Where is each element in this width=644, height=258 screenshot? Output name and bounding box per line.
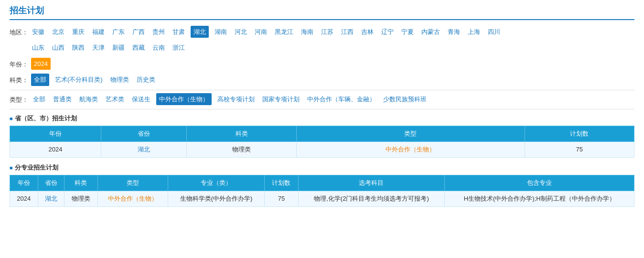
type-item-高校专项计划[interactable]: 高校专项计划 xyxy=(215,93,257,105)
region-item-黑龙江[interactable]: 黑龙江 xyxy=(273,26,295,38)
type-filter-row: 类型： 全部普通类航海类艺术类保送生中外合作（生物）高校专项计划国家专项计划中外… xyxy=(10,93,634,105)
major-table: 年份省份科类类型专业（类）计划数选考科目包含专业 2024湖北物理类中外合作（生… xyxy=(10,175,634,207)
divider2 xyxy=(10,109,634,109)
province-table: 年份省份科类类型计划数 2024湖北物理类中外合作（生物）75 xyxy=(10,126,634,158)
region-item-青海[interactable]: 青海 xyxy=(446,26,462,38)
year-filter-row: 年份： 2024 xyxy=(10,58,634,70)
region-item-山西[interactable]: 山西 xyxy=(50,42,66,54)
region-item-安徽[interactable]: 安徽 xyxy=(30,26,46,38)
major-col-科类: 科类 xyxy=(64,175,97,191)
province-col-科类: 科类 xyxy=(187,126,296,141)
province-col-计划数: 计划数 xyxy=(525,126,634,141)
region-item-新疆[interactable]: 新疆 xyxy=(110,42,127,54)
region-item-甘肃[interactable]: 甘肃 xyxy=(171,26,187,38)
type-item-少数民族预科班[interactable]: 少数民族预科班 xyxy=(381,93,429,105)
category-filter-row: 科类： 全部艺术(不分科目类)物理类历史类 xyxy=(10,74,634,86)
major-col-类型: 类型 xyxy=(98,175,168,191)
region-item-内蒙古[interactable]: 内蒙古 xyxy=(419,26,442,38)
major-col-年份: 年份 xyxy=(10,175,38,191)
region-item-河南[interactable]: 河南 xyxy=(253,26,269,38)
region-item-吉林[interactable]: 吉林 xyxy=(359,26,376,38)
region-item-云南[interactable]: 云南 xyxy=(150,42,167,54)
region-item-西藏[interactable]: 西藏 xyxy=(130,42,147,54)
divider xyxy=(10,90,634,90)
category-item-全部[interactable]: 全部 xyxy=(31,74,49,86)
type-item-普通类[interactable]: 普通类 xyxy=(51,93,74,105)
region-item-北京[interactable]: 北京 xyxy=(50,26,66,38)
province-col-年份: 年份 xyxy=(10,126,101,141)
region-item-天津[interactable]: 天津 xyxy=(90,42,107,54)
major-col-省份: 省份 xyxy=(38,175,64,191)
year-item-2024[interactable]: 2024 xyxy=(31,58,51,70)
category-item-物理类[interactable]: 物理类 xyxy=(108,74,131,86)
year-label: 年份： xyxy=(10,58,31,70)
region-item-福建[interactable]: 福建 xyxy=(90,26,107,38)
region-filter-row: 地区： 安徽北京重庆福建广东广西贵州甘肃湖北湖南河北河南黑龙江海南江苏江西吉林辽… xyxy=(10,26,634,54)
category-item-历史类[interactable]: 历史类 xyxy=(135,74,157,86)
region-item-海南[interactable]: 海南 xyxy=(299,26,315,38)
category-label: 科类： xyxy=(10,74,31,86)
page-title: 招生计划 xyxy=(10,5,634,20)
region-item-四川[interactable]: 四川 xyxy=(486,26,502,38)
province-table-row: 2024湖北物理类中外合作（生物）75 xyxy=(10,141,634,157)
province-section-title: 省（区、市）招生计划 xyxy=(10,114,634,123)
region-item-陕西[interactable]: 陕西 xyxy=(70,42,86,54)
category-filter-items: 全部艺术(不分科目类)物理类历史类 xyxy=(31,74,157,86)
region-item-江西[interactable]: 江西 xyxy=(339,26,355,38)
region-item-浙江[interactable]: 浙江 xyxy=(171,42,187,54)
type-item-全部[interactable]: 全部 xyxy=(31,93,47,105)
region-label: 地区： xyxy=(10,26,30,38)
region-item-宁夏[interactable]: 宁夏 xyxy=(399,26,416,38)
major-col-选考科目: 选考科目 xyxy=(298,175,445,191)
type-item-保送生[interactable]: 保送生 xyxy=(130,93,152,105)
type-item-中外合作（生物）[interactable]: 中外合作（生物） xyxy=(156,93,212,105)
type-item-艺术类[interactable]: 艺术类 xyxy=(104,93,126,105)
region-item-河北[interactable]: 河北 xyxy=(233,26,249,38)
major-col-专业（类）: 专业（类） xyxy=(168,175,265,191)
region-item-上海[interactable]: 上海 xyxy=(466,26,482,38)
type-item-航海类[interactable]: 航海类 xyxy=(77,93,100,105)
type-item-中外合作（车辆、金融）[interactable]: 中外合作（车辆、金融） xyxy=(305,93,377,105)
region-item-贵州[interactable]: 贵州 xyxy=(150,26,167,38)
region-item-山东[interactable]: 山东 xyxy=(30,42,46,54)
region-item-湖北[interactable]: 湖北 xyxy=(191,26,209,38)
region-item-重庆[interactable]: 重庆 xyxy=(70,26,86,38)
province-col-类型: 类型 xyxy=(296,126,525,141)
province-col-省份: 省份 xyxy=(101,126,187,141)
region-item-广西[interactable]: 广西 xyxy=(130,26,147,38)
region-item-湖南[interactable]: 湖南 xyxy=(213,26,229,38)
type-filter-items: 全部普通类航海类艺术类保送生中外合作（生物）高校专项计划国家专项计划中外合作（车… xyxy=(31,93,429,105)
year-filter-items: 2024 xyxy=(31,58,51,70)
type-item-国家专项计划[interactable]: 国家专项计划 xyxy=(260,93,301,105)
type-label: 类型： xyxy=(10,93,31,105)
category-item-艺术(不分科目类)[interactable]: 艺术(不分科目类) xyxy=(53,74,105,86)
region-item-江苏[interactable]: 江苏 xyxy=(319,26,335,38)
major-section-title: 分专业招生计划 xyxy=(10,163,634,172)
major-col-包含专业: 包含专业 xyxy=(445,175,634,191)
major-col-计划数: 计划数 xyxy=(265,175,298,191)
region-filter-items: 安徽北京重庆福建广东广西贵州甘肃湖北湖南河北河南黑龙江海南江苏江西吉林辽宁宁夏内… xyxy=(30,26,634,54)
major-table-row: 2024湖北物理类中外合作（生物）生物科学类(中外合作办学)75物理,化学(2门… xyxy=(10,191,634,206)
region-item-辽宁[interactable]: 辽宁 xyxy=(379,26,396,38)
region-item-广东[interactable]: 广东 xyxy=(110,26,127,38)
